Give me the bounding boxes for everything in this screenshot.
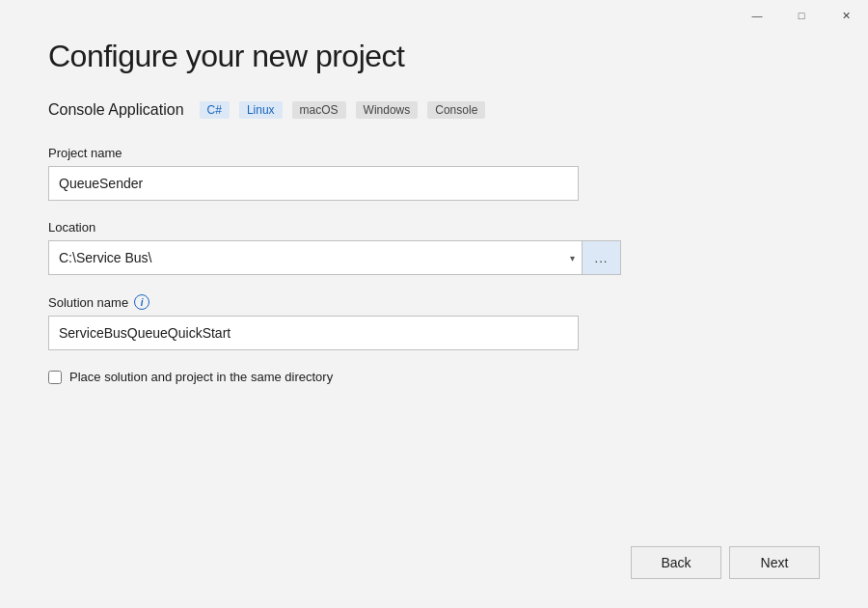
next-button[interactable]: Next — [729, 546, 820, 579]
browse-button[interactable]: ... — [583, 240, 621, 275]
location-label: Location — [48, 220, 820, 235]
info-icon: i — [134, 294, 149, 310]
main-content: Configure your new project Console Appli… — [0, 0, 868, 608]
page-title: Configure your new project — [48, 39, 820, 74]
minimize-button[interactable]: — — [735, 0, 779, 31]
project-name-input[interactable] — [48, 166, 579, 201]
footer: Back Next — [48, 527, 820, 579]
location-row: C:\Service Bus\ ▾ ... — [48, 240, 621, 275]
tag-windows: Windows — [356, 101, 419, 119]
tag-console: Console — [427, 101, 485, 119]
solution-name-input[interactable] — [48, 316, 579, 350]
tag-csharp: C# — [200, 101, 230, 119]
maximize-button[interactable]: □ — [779, 0, 824, 31]
solution-name-label: Solution name i — [48, 294, 820, 310]
form-section: Project name Location C:\Service Bus\ ▾ … — [48, 146, 820, 527]
same-directory-row: Place solution and project in the same d… — [48, 370, 820, 384]
back-button[interactable]: Back — [631, 546, 721, 579]
tag-linux: Linux — [239, 101, 283, 119]
solution-name-group: Solution name i — [48, 294, 820, 350]
tag-macos: macOS — [292, 101, 346, 119]
same-directory-label: Place solution and project in the same d… — [69, 370, 333, 384]
same-directory-checkbox[interactable] — [48, 371, 62, 384]
title-bar: — □ ✕ — [735, 0, 868, 31]
close-button[interactable]: ✕ — [824, 0, 868, 31]
location-select-wrapper: C:\Service Bus\ ▾ — [48, 240, 583, 275]
app-type-label: Console Application — [48, 101, 184, 119]
project-name-label: Project name — [48, 146, 820, 160]
project-name-group: Project name — [48, 146, 820, 201]
location-select[interactable]: C:\Service Bus\ — [48, 240, 583, 275]
location-group: Location C:\Service Bus\ ▾ ... — [48, 220, 820, 275]
app-type-row: Console Application C# Linux macOS Windo… — [48, 101, 820, 119]
